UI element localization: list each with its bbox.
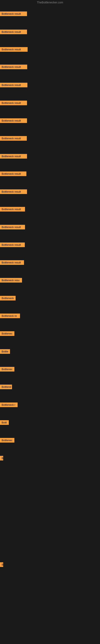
bottleneck-button-15[interactable]: Bottleneck resu [0,278,22,282]
bottleneck-button-0[interactable]: Bottleneck result [0,12,27,16]
bottleneck-button-9[interactable]: Bottleneck result [0,172,26,176]
bottleneck-button-18[interactable]: Bottlenec [0,331,14,336]
site-title: TheBottlenecker.com [0,0,100,5]
bottleneck-button-10[interactable]: Bottleneck result [0,190,27,194]
bottleneck-button-21[interactable]: Bottlend [0,384,12,389]
bottleneck-button-14[interactable]: Bottleneck result [0,260,24,265]
bottleneck-button-7[interactable]: Bottleneck result [0,136,27,141]
bottleneck-button-24[interactable]: Bottlenec [0,438,14,442]
bottleneck-button-1[interactable]: Bottleneck result [0,30,27,34]
bottleneck-button-23[interactable]: Bottl [0,420,9,425]
bottleneck-button-25[interactable]: B [0,456,3,460]
bottleneck-button-13[interactable]: Bottleneck result [0,242,25,247]
bottleneck-button-12[interactable]: Bottleneck result [0,225,25,230]
bottleneck-button-20[interactable]: Bottlenec [0,367,14,372]
bottleneck-button-3[interactable]: Bottleneck result [0,64,27,69]
bottleneck-button-2[interactable]: Bottleneck result [0,47,28,52]
bottleneck-button-6[interactable]: Bottleneck result [0,118,27,123]
bottleneck-button-11[interactable]: Bottleneck result [0,207,25,212]
bottleneck-button-28[interactable]: B [0,562,3,567]
bottleneck-button-8[interactable]: Bottleneck result [0,154,27,158]
bottleneck-button-5[interactable]: Bottleneck result [0,100,27,105]
bottleneck-button-4[interactable]: Bottleneck result [0,83,27,87]
bottleneck-button-22[interactable]: Bottleneck r [0,402,18,407]
bottleneck-button-17[interactable]: Bottleneck re [0,314,20,318]
bottleneck-button-19[interactable]: Bottle [0,349,10,354]
bottleneck-button-16[interactable]: Bottleneck [0,296,16,300]
